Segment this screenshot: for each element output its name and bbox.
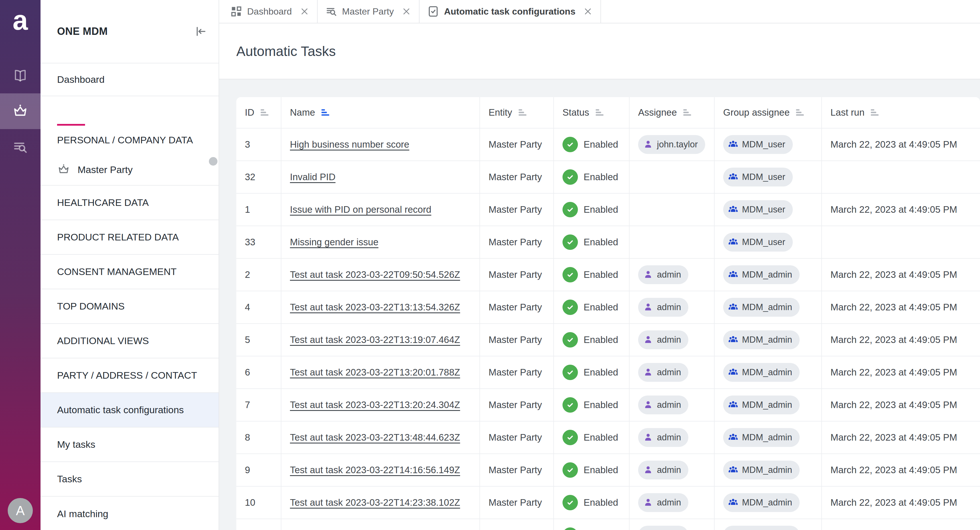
column-header[interactable]: Status	[554, 97, 630, 128]
cell-last-run	[822, 161, 980, 193]
assignee-chip: admin	[638, 461, 688, 479]
sidebar-scroll-thumb[interactable]	[209, 157, 218, 166]
content-tab[interactable]: Dashboard	[223, 0, 318, 23]
sort-icon	[795, 108, 805, 117]
content-tab[interactable]: Automatic task configurations	[420, 0, 601, 23]
group-assignee-chip: MDM_user	[723, 200, 793, 219]
assignee-chip: admin	[638, 298, 688, 317]
user-avatar[interactable]: A	[8, 498, 33, 523]
task-name-link[interactable]: Invalid PID	[290, 172, 336, 182]
collapse-sidebar-icon[interactable]	[194, 24, 207, 38]
cell-group-assignee: MDM_user	[714, 161, 822, 193]
task-name-link[interactable]: Test aut task 2023-03-22T13:48:44.623Z	[290, 432, 460, 443]
task-name-link[interactable]: High business number score	[290, 139, 409, 150]
column-header[interactable]: Group assignee	[714, 97, 822, 128]
assignee-chip: john.taylor	[638, 135, 705, 154]
book-icon	[12, 67, 29, 84]
close-tab-icon[interactable]	[583, 6, 593, 17]
task-name-link[interactable]: Test aut task 2023-03-22T14:23:38.102Z	[290, 497, 460, 508]
assignee-chip: admin	[638, 396, 688, 414]
cell-entity: Master Party	[480, 389, 554, 421]
cell-group-assignee: MDM_admin	[714, 421, 822, 453]
sidebar-item[interactable]: Automatic task configurations	[41, 393, 219, 428]
cell-last-run: March 22, 2023 at 4:49:05 PM	[822, 324, 980, 356]
table-row: 32 Invalid PID Master Party Enabled MDM_…	[236, 161, 980, 193]
task-name-link[interactable]: Test aut task 2023-03-22T13:13:54.326Z	[290, 302, 460, 313]
person-icon	[643, 139, 654, 150]
cell-name: Test aut task 2023-03-22T14:26:03.695Z	[282, 519, 480, 530]
cell-assignee: john.taylor	[630, 129, 714, 161]
rail-item-book[interactable]	[0, 58, 41, 93]
cell-last-run: March 22, 2023 at 4:49:05 PM	[822, 356, 980, 388]
sidebar-entity-item[interactable]: Master Party	[41, 154, 219, 186]
automatic-tasks-table: ID Name Entity Status Assignee Group ass…	[236, 97, 980, 530]
sidebar-section-header[interactable]: HEALTHCARE DATA	[41, 186, 219, 220]
cell-group-assignee: MDM_admin	[714, 291, 822, 323]
table-row: 1 Issue with PID on personal record Mast…	[236, 193, 980, 226]
cell-id: 11	[236, 519, 282, 530]
sort-icon	[595, 108, 605, 117]
cell-id: 1	[236, 193, 282, 225]
sidebar-item[interactable]: My tasks	[41, 428, 219, 462]
cell-group-assignee: MDM_user	[714, 129, 822, 161]
task-name-link[interactable]: Issue with PID on personal record	[290, 204, 431, 215]
cell-name: Test aut task 2023-03-22T14:16:56.149Z	[282, 454, 480, 486]
sidebar-section-header[interactable]: PARTY / ADDRESS / CONTACT	[41, 358, 219, 393]
table-row: 6 Test aut task 2023-03-22T13:20:01.788Z…	[236, 356, 980, 389]
sidebar-section-header[interactable]: CONSENT MANAGEMENT	[41, 255, 219, 289]
column-header[interactable]: Last run	[822, 97, 980, 128]
people-icon	[728, 237, 738, 247]
sidebar-section-header[interactable]: PERSONAL / COMPANY DATA	[41, 126, 219, 154]
task-name-link[interactable]: Test aut task 2023-03-22T13:20:01.788Z	[290, 367, 460, 378]
task-name-link[interactable]: Test aut task 2023-03-22T09:50:54.526Z	[290, 269, 460, 280]
cell-entity: Master Party	[480, 291, 554, 323]
close-tab-icon[interactable]	[401, 6, 412, 17]
sidebar-item[interactable]: Dashboard	[41, 63, 219, 96]
sidebar-nav: DashboardPERSONAL / COMPANY DATA Master …	[41, 63, 219, 530]
sidebar-item[interactable]: Tasks	[41, 462, 219, 496]
close-tab-icon[interactable]	[299, 6, 310, 17]
cell-id: 32	[236, 161, 282, 193]
sidebar-section-header[interactable]: PRODUCT RELATED DATA	[41, 220, 219, 255]
view-tab[interactable]	[57, 118, 85, 126]
rail-item-search-list[interactable]	[0, 129, 41, 165]
cell-last-run: March 22, 2023 at 4:49:05 PM	[822, 259, 980, 291]
people-icon	[728, 269, 738, 280]
checkbox-icon	[427, 5, 439, 18]
cell-group-assignee: MDM_admin	[714, 259, 822, 291]
cell-assignee	[630, 193, 714, 225]
table-row: 8 Test aut task 2023-03-22T13:48:44.623Z…	[236, 421, 980, 454]
cell-id: 9	[236, 454, 282, 486]
page-title: Automatic Tasks	[236, 43, 336, 59]
content-area: ID Name Entity Status Assignee Group ass…	[219, 79, 980, 530]
cell-status: Enabled	[554, 421, 630, 453]
sidebar-section-header[interactable]: ADDITIONAL VIEWS	[41, 324, 219, 358]
column-header[interactable]: ID	[236, 97, 282, 128]
cell-group-assignee: MDM_admin	[714, 389, 822, 421]
cell-entity: Master Party	[480, 519, 554, 530]
task-name-link[interactable]: Missing gender issue	[290, 237, 379, 247]
sidebar-item[interactable]: AI matching	[41, 496, 219, 530]
cell-last-run: March 22, 2023 at 4:49:05 PM	[822, 487, 980, 519]
task-name-link[interactable]: Test aut task 2023-03-22T14:16:56.149Z	[290, 465, 460, 476]
check-circle-icon	[563, 462, 578, 478]
content-tab[interactable]: Master Party	[318, 0, 420, 23]
column-header[interactable]: Entity	[480, 97, 554, 128]
sidebar-section-header[interactable]: TOP DOMAINS	[41, 289, 219, 324]
table-row: 3 High business number score Master Part…	[236, 129, 980, 161]
group-assignee-chip: MDM_admin	[723, 298, 800, 317]
people-icon	[728, 367, 738, 378]
group-assignee-chip: MDM_admin	[723, 363, 800, 382]
rail-item-crown[interactable]	[0, 93, 41, 129]
check-circle-icon	[563, 397, 578, 413]
cell-entity: Master Party	[480, 324, 554, 356]
cell-assignee: admin	[630, 389, 714, 421]
task-name-link[interactable]: Test aut task 2023-03-22T13:20:24.304Z	[290, 399, 460, 410]
table-header-row: ID Name Entity Status Assignee Group ass…	[236, 97, 980, 129]
task-name-link[interactable]: Test aut task 2023-03-22T13:19:07.464Z	[290, 334, 460, 345]
column-header[interactable]: Assignee	[630, 97, 714, 128]
cell-assignee: admin	[630, 421, 714, 453]
column-header[interactable]: Name	[282, 97, 480, 128]
check-circle-icon	[563, 365, 578, 380]
cell-entity: Master Party	[480, 454, 554, 486]
